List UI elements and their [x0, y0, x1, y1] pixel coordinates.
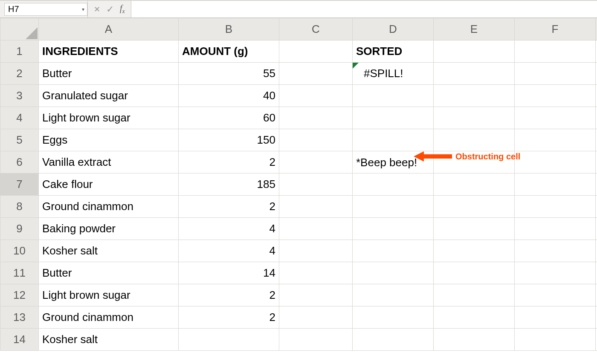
cell-A3[interactable]: Granulated sugar [39, 85, 179, 107]
cell-E5[interactable] [434, 129, 515, 151]
cell-D8[interactable] [353, 196, 434, 218]
cell-A14[interactable]: Kosher salt [39, 329, 179, 351]
row-header-1[interactable]: 1 [0, 40, 39, 63]
cell-B14[interactable] [179, 329, 279, 351]
row-header-4[interactable]: 4 [0, 107, 39, 129]
col-header-A[interactable]: A [39, 18, 179, 40]
cell-C7[interactable] [279, 173, 353, 196]
cancel-icon[interactable]: ✕ [94, 5, 100, 14]
cell-F13[interactable] [515, 306, 596, 329]
cell-B7[interactable]: 185 [179, 173, 279, 196]
cell-A12[interactable]: Light brown sugar [39, 284, 179, 306]
cell-G8[interactable] [596, 196, 597, 218]
cell-F10[interactable] [515, 240, 596, 262]
col-header-B[interactable]: B [179, 18, 279, 40]
cell-G12[interactable] [596, 284, 597, 306]
cell-D4[interactable] [353, 107, 434, 129]
cell-G14[interactable] [596, 329, 597, 351]
cell-B4[interactable]: 60 [179, 107, 279, 129]
cell-E14[interactable] [434, 329, 515, 351]
row-header-6[interactable]: 6 [0, 151, 39, 173]
cell-D5[interactable] [353, 129, 434, 151]
formula-input[interactable] [131, 1, 597, 17]
cell-C8[interactable] [279, 196, 353, 218]
cell-A4[interactable]: Light brown sugar [39, 107, 179, 129]
cell-C1[interactable] [279, 40, 353, 63]
cell-C6[interactable] [279, 151, 353, 173]
cell-G9[interactable] [596, 218, 597, 240]
row-header-14[interactable]: 14 [0, 329, 39, 351]
row-header-5[interactable]: 5 [0, 129, 39, 151]
row-header-9[interactable]: 9 [0, 218, 39, 240]
cell-B9[interactable]: 4 [179, 218, 279, 240]
cell-E8[interactable] [434, 196, 515, 218]
cell-F3[interactable] [515, 85, 596, 107]
fx-icon[interactable]: fx [120, 3, 125, 15]
cell-G7[interactable] [596, 173, 597, 196]
cell-F9[interactable] [515, 218, 596, 240]
col-header-C[interactable]: C [279, 18, 353, 40]
cell-E11[interactable] [434, 262, 515, 284]
cell-B12[interactable]: 2 [179, 284, 279, 306]
cell-E2[interactable] [434, 63, 515, 85]
row-header-13[interactable]: 13 [0, 306, 39, 329]
col-header-E[interactable]: E [434, 18, 515, 40]
cell-E9[interactable] [434, 218, 515, 240]
row-header-2[interactable]: 2 [0, 63, 39, 85]
cell-F8[interactable] [515, 196, 596, 218]
name-box[interactable]: H7 ▾ [4, 3, 87, 16]
cell-C3[interactable] [279, 85, 353, 107]
cell-F4[interactable] [515, 107, 596, 129]
cell-E3[interactable] [434, 85, 515, 107]
cell-C9[interactable] [279, 218, 353, 240]
cell-G3[interactable] [596, 85, 597, 107]
cell-F14[interactable] [515, 329, 596, 351]
cell-D13[interactable] [353, 306, 434, 329]
cell-A11[interactable]: Butter [39, 262, 179, 284]
cell-D1[interactable]: SORTED [353, 40, 434, 63]
cell-F5[interactable] [515, 129, 596, 151]
cell-G2[interactable] [596, 63, 597, 85]
cell-E4[interactable] [434, 107, 515, 129]
cell-A9[interactable]: Baking powder [39, 218, 179, 240]
cell-B5[interactable]: 150 [179, 129, 279, 151]
row-header-11[interactable]: 11 [0, 262, 39, 284]
cell-F11[interactable] [515, 262, 596, 284]
cell-E12[interactable] [434, 284, 515, 306]
cell-D2[interactable]: #SPILL! [353, 63, 434, 85]
cell-C10[interactable] [279, 240, 353, 262]
cell-B1[interactable]: AMOUNT (g) [179, 40, 279, 63]
select-all-corner[interactable] [0, 18, 39, 40]
cell-D11[interactable] [353, 262, 434, 284]
cell-G4[interactable] [596, 107, 597, 129]
enter-icon[interactable]: ✓ [106, 4, 114, 15]
cell-B8[interactable]: 2 [179, 196, 279, 218]
cell-G10[interactable] [596, 240, 597, 262]
spreadsheet-grid[interactable]: A B C D E F G 1 INGREDIENTS AMOUNT (g) S… [0, 18, 597, 351]
cell-F2[interactable] [515, 63, 596, 85]
cell-C2[interactable] [279, 63, 353, 85]
cell-B13[interactable]: 2 [179, 306, 279, 329]
cell-G11[interactable] [596, 262, 597, 284]
cell-G1[interactable] [596, 40, 597, 63]
row-header-8[interactable]: 8 [0, 196, 39, 218]
cell-A8[interactable]: Ground cinammon [39, 196, 179, 218]
cell-A1[interactable]: INGREDIENTS [39, 40, 179, 63]
cell-D12[interactable] [353, 284, 434, 306]
cell-F1[interactable] [515, 40, 596, 63]
cell-D3[interactable] [353, 85, 434, 107]
cell-B11[interactable]: 14 [179, 262, 279, 284]
cell-C13[interactable] [279, 306, 353, 329]
cell-E13[interactable] [434, 306, 515, 329]
cell-E10[interactable] [434, 240, 515, 262]
cell-D10[interactable] [353, 240, 434, 262]
cell-C12[interactable] [279, 284, 353, 306]
cell-B3[interactable]: 40 [179, 85, 279, 107]
cell-F6[interactable] [515, 151, 596, 173]
cell-E1[interactable] [434, 40, 515, 63]
cell-B2[interactable]: 55 [179, 63, 279, 85]
cell-C14[interactable] [279, 329, 353, 351]
chevron-down-icon[interactable]: ▾ [82, 6, 84, 12]
cell-A6[interactable]: Vanilla extract [39, 151, 179, 173]
col-header-F[interactable]: F [515, 18, 596, 40]
